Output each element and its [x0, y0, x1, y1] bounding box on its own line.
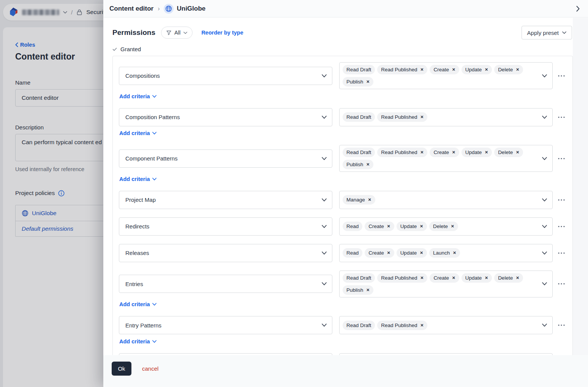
- remove-permission-icon[interactable]: ✕: [366, 80, 370, 84]
- add-criteria-link[interactable]: Add criteria: [119, 93, 156, 99]
- project-globe-badge: [164, 4, 174, 14]
- permission-row-block: Entries Read DraftRead Published✕Create✕…: [119, 271, 568, 308]
- entity-select[interactable]: Entries: [119, 275, 332, 293]
- add-criteria-label: Add criteria: [119, 301, 150, 307]
- row-more-button[interactable]: [556, 250, 567, 256]
- collapse-panel-button[interactable]: [575, 4, 581, 13]
- remove-permission-icon[interactable]: ✕: [420, 323, 424, 327]
- permission-row-block: Releases ReadCreate✕Update✕Launch✕: [119, 244, 568, 262]
- granted-section-header[interactable]: Granted: [112, 46, 579, 52]
- permission-row-block: Entry Patterns Read DraftRead Published✕…: [119, 316, 568, 345]
- remove-permission-icon[interactable]: ✕: [516, 68, 519, 72]
- chevron-down-icon: [322, 198, 327, 201]
- row-more-button[interactable]: [556, 197, 567, 203]
- ellipsis-icon: [558, 226, 565, 227]
- permission-tag-label: Create: [433, 275, 449, 281]
- cancel-link[interactable]: cancel: [142, 365, 158, 372]
- permission-tag: Create✕: [430, 148, 459, 157]
- remove-permission-icon[interactable]: ✕: [420, 276, 424, 280]
- entity-select[interactable]: Redirects: [119, 217, 332, 236]
- reorder-by-type-link[interactable]: Reorder by type: [201, 30, 243, 36]
- permission-tag: Delete✕: [494, 148, 523, 157]
- permissions-multiselect[interactable]: Read DraftRead Published✕Create✕Update✕D…: [339, 271, 553, 297]
- entity-select[interactable]: Compositions: [119, 67, 332, 85]
- panel-content: Permissions All Reorder by type Apply pr…: [103, 18, 588, 355]
- permission-tag-label: Read Draft: [346, 275, 371, 281]
- permission-tag-label: Read Published: [381, 67, 417, 72]
- permission-row-block: Project Map Manage✕: [119, 191, 568, 209]
- apply-preset-button[interactable]: Apply preset: [522, 26, 572, 39]
- add-criteria-link[interactable]: Add criteria: [119, 130, 156, 137]
- filter-dropdown[interactable]: All: [161, 27, 193, 39]
- add-criteria-link[interactable]: Add criteria: [119, 176, 156, 182]
- permission-tag-label: Publish: [346, 287, 363, 293]
- row-more-button[interactable]: [556, 223, 567, 230]
- remove-permission-icon[interactable]: ✕: [452, 276, 455, 280]
- permissions-multiselect[interactable]: Read DraftRead Published✕: [339, 108, 553, 126]
- remove-permission-icon[interactable]: ✕: [516, 276, 519, 280]
- remove-permission-icon[interactable]: ✕: [420, 251, 423, 255]
- permission-row: Entries Read DraftRead Published✕Create✕…: [119, 271, 568, 297]
- remove-permission-icon[interactable]: ✕: [420, 115, 424, 119]
- permission-tag-label: Read Draft: [346, 149, 371, 155]
- remove-permission-icon[interactable]: ✕: [485, 68, 488, 72]
- entity-select[interactable]: Component Patterns: [119, 149, 332, 168]
- remove-permission-icon[interactable]: ✕: [452, 150, 455, 154]
- permissions-multiselect[interactable]: ReadCreate✕Update✕Launch✕: [339, 244, 553, 262]
- entity-select[interactable]: Project Map: [119, 191, 332, 209]
- permission-tags: Read DraftRead Published✕: [343, 321, 427, 330]
- remove-permission-icon[interactable]: ✕: [485, 276, 488, 280]
- entity-label: Releases: [125, 250, 149, 256]
- remove-permission-icon[interactable]: ✕: [368, 198, 371, 202]
- permission-tag: Read Draft: [343, 321, 375, 330]
- row-more-button[interactable]: [556, 156, 567, 162]
- breadcrumb-role[interactable]: Content editor: [109, 5, 153, 13]
- row-more-button[interactable]: [556, 73, 567, 79]
- remove-permission-icon[interactable]: ✕: [420, 224, 423, 228]
- permission-tag-label: Delete: [498, 149, 513, 155]
- remove-permission-icon[interactable]: ✕: [366, 288, 370, 292]
- chevron-down-icon: [152, 178, 156, 181]
- permission-tag: Read Published✕: [377, 112, 427, 122]
- permission-tag: Update✕: [462, 148, 492, 157]
- row-more-button[interactable]: [556, 322, 567, 328]
- permission-tag-label: Update: [465, 149, 482, 155]
- chevron-down-icon: [322, 282, 327, 286]
- chevron-down-icon: [183, 31, 187, 34]
- permission-tags: Read DraftRead Published✕: [343, 112, 427, 122]
- permissions-multiselect[interactable]: ReadCreate✕Update✕Delete✕: [339, 217, 553, 236]
- entity-label: Entries: [125, 281, 143, 287]
- globe-icon: [165, 5, 172, 12]
- permission-tags: Manage✕: [343, 195, 375, 205]
- row-more-button[interactable]: [556, 114, 567, 120]
- permission-tag: Read Published✕: [377, 321, 427, 330]
- permissions-multiselect[interactable]: Read DraftRead Published✕: [339, 316, 553, 334]
- remove-permission-icon[interactable]: ✕: [516, 150, 519, 154]
- remove-permission-icon[interactable]: ✕: [387, 251, 390, 255]
- ok-button[interactable]: Ok: [112, 362, 131, 376]
- granted-label: Granted: [120, 46, 141, 52]
- entity-select[interactable]: Releases: [119, 244, 332, 262]
- permission-tag: Create✕: [365, 222, 394, 231]
- row-more-button[interactable]: [556, 281, 567, 287]
- entity-select[interactable]: Entry Patterns: [119, 316, 332, 334]
- permissions-multiselect[interactable]: Read DraftRead Published✕Create✕Update✕D…: [339, 145, 553, 172]
- permission-tags: ReadCreate✕Update✕Launch✕: [343, 248, 460, 258]
- permission-tag: Read Draft: [343, 65, 375, 74]
- add-criteria-link[interactable]: Add criteria: [119, 338, 156, 345]
- remove-permission-icon[interactable]: ✕: [453, 251, 456, 255]
- remove-permission-icon[interactable]: ✕: [485, 150, 488, 154]
- entity-select[interactable]: Composition Patterns: [119, 108, 332, 126]
- permission-row: Compositions Read DraftRead Published✕Cr…: [119, 62, 568, 89]
- remove-permission-icon[interactable]: ✕: [451, 224, 454, 228]
- remove-permission-icon[interactable]: ✕: [420, 68, 424, 72]
- remove-permission-icon[interactable]: ✕: [452, 68, 455, 72]
- permissions-multiselect[interactable]: Manage✕: [339, 191, 553, 209]
- add-criteria-link[interactable]: Add criteria: [119, 301, 156, 308]
- modal-overlay-scrim[interactable]: [0, 0, 103, 387]
- remove-permission-icon[interactable]: ✕: [420, 150, 424, 154]
- permission-tag: Create✕: [430, 273, 459, 283]
- remove-permission-icon[interactable]: ✕: [366, 162, 370, 167]
- permissions-multiselect[interactable]: Read DraftRead Published✕Create✕Update✕D…: [339, 62, 553, 89]
- remove-permission-icon[interactable]: ✕: [387, 224, 390, 228]
